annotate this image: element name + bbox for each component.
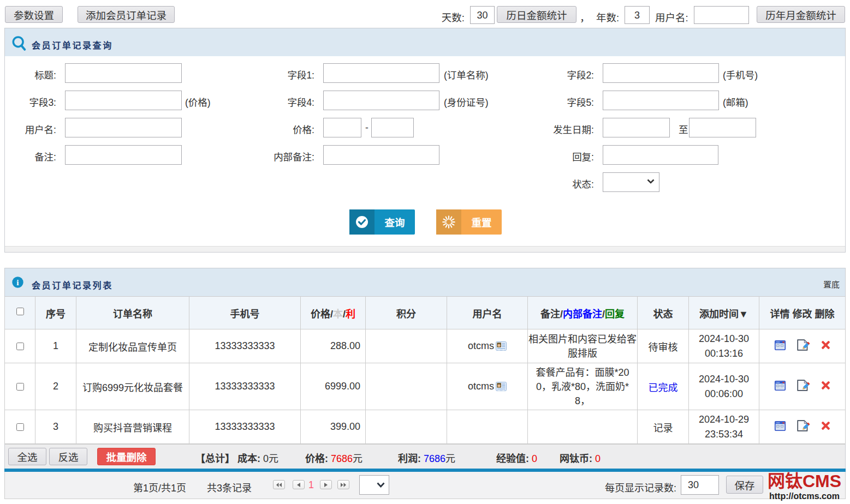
- svg-text:i: i: [16, 278, 19, 287]
